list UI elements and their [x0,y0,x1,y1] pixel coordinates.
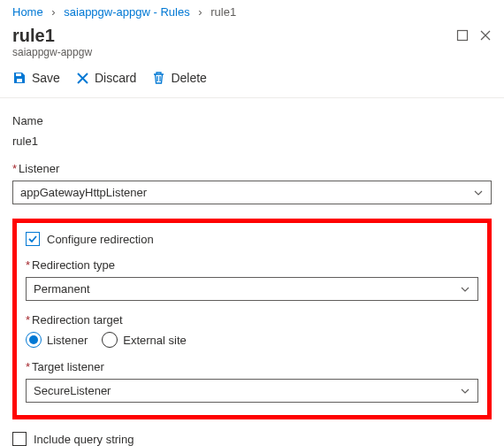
name-field: Name rule1 [12,114,492,150]
redirection-target-label: *Redirection target [26,313,478,327]
configure-redirection-checkbox[interactable]: Configure redirection [26,232,478,246]
configure-redirection-label: Configure redirection [47,233,154,246]
checkbox-icon [26,232,40,246]
target-listener-label: *Target listener [26,360,478,373]
radio-label-external: External site [123,334,187,347]
redirection-target-external-radio[interactable]: External site [102,332,187,348]
listener-select-value: appGatewayHttpListener [20,186,147,199]
page-title: rule1 [12,26,456,46]
save-label: Save [32,71,60,85]
restore-window-icon[interactable] [456,29,469,42]
chevron-down-icon [473,188,484,198]
target-listener-field: *Target listener SecureListener [26,360,478,403]
discard-icon [76,72,89,85]
name-value: rule1 [12,133,492,150]
save-icon [12,71,27,85]
svg-rect-0 [458,31,468,41]
include-query-string-checkbox[interactable]: Include query string [12,432,492,446]
checkbox-icon [12,432,27,446]
delete-icon [152,71,165,85]
breadcrumb-separator: › [51,5,55,19]
target-listener-value: SecureListener [34,384,111,397]
redirection-target-listener-radio[interactable]: Listener [26,332,88,348]
radio-label-listener: Listener [47,334,88,347]
redirection-target-field: *Redirection target Listener External si… [26,313,478,348]
listener-label: *Listener [12,162,492,175]
radio-icon [102,332,118,348]
breadcrumb-home[interactable]: Home [12,5,43,19]
form: Name rule1 *Listener appGatewayHttpListe… [0,98,504,446]
discard-label: Discard [95,71,136,85]
radio-icon [26,332,42,348]
page-subtitle: saiappgw-appgw [12,46,456,58]
redirection-type-select[interactable]: Permanent [26,277,478,301]
breadcrumb-parent[interactable]: saiappgw-appgw - Rules [64,5,189,19]
breadcrumb-separator: › [198,5,202,19]
listener-select[interactable]: appGatewayHttpListener [12,181,492,204]
redirection-type-field: *Redirection type Permanent [26,258,478,301]
name-label: Name [12,114,492,127]
listener-field: *Listener appGatewayHttpListener [12,162,492,204]
breadcrumb-current: rule1 [210,5,236,19]
save-button[interactable]: Save [12,71,60,85]
delete-label: Delete [171,71,206,85]
discard-button[interactable]: Discard [76,71,136,85]
breadcrumb: Home › saiappgw-appgw - Rules › rule1 [0,0,504,24]
target-listener-select[interactable]: SecureListener [26,379,478,403]
redirection-type-label: *Redirection type [26,258,478,272]
chevron-down-icon [460,386,470,396]
page-header: rule1 saiappgw-appgw [0,24,504,58]
delete-button[interactable]: Delete [152,71,206,85]
toolbar: Save Discard Delete [0,58,504,98]
chevron-down-icon [460,284,470,295]
redirection-type-value: Permanent [34,282,90,296]
include-query-string-label: Include query string [34,433,134,446]
close-icon[interactable] [479,29,492,42]
redirection-section: Configure redirection *Redirection type … [12,219,492,419]
